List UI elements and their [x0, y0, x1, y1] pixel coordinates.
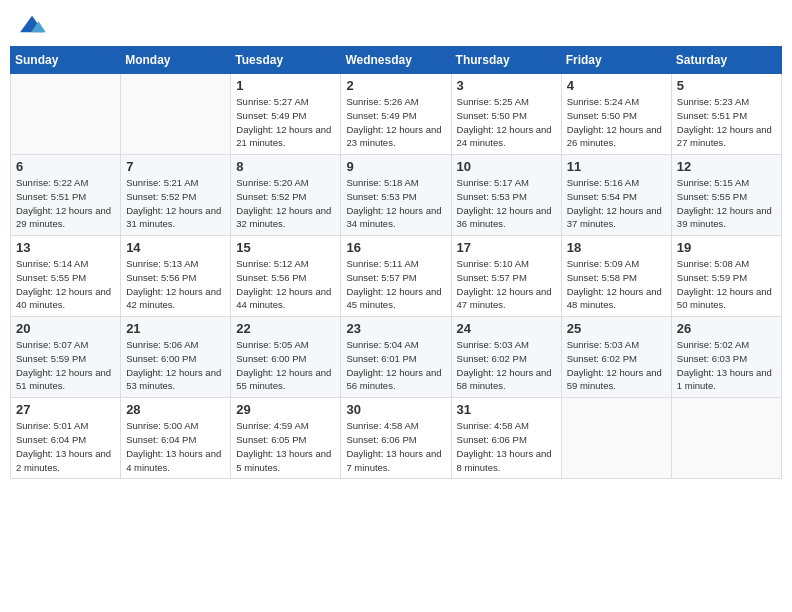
day-info: Sunrise: 5:21 AMSunset: 5:52 PMDaylight:…	[126, 176, 225, 231]
day-number: 22	[236, 321, 335, 336]
day-number: 16	[346, 240, 445, 255]
calendar-cell: 27Sunrise: 5:01 AMSunset: 6:04 PMDayligh…	[11, 398, 121, 479]
calendar-cell: 9Sunrise: 5:18 AMSunset: 5:53 PMDaylight…	[341, 155, 451, 236]
calendar-cell: 11Sunrise: 5:16 AMSunset: 5:54 PMDayligh…	[561, 155, 671, 236]
calendar-cell: 23Sunrise: 5:04 AMSunset: 6:01 PMDayligh…	[341, 317, 451, 398]
day-info: Sunrise: 5:08 AMSunset: 5:59 PMDaylight:…	[677, 257, 776, 312]
day-info: Sunrise: 5:17 AMSunset: 5:53 PMDaylight:…	[457, 176, 556, 231]
day-info: Sunrise: 5:24 AMSunset: 5:50 PMDaylight:…	[567, 95, 666, 150]
calendar-cell: 1Sunrise: 5:27 AMSunset: 5:49 PMDaylight…	[231, 74, 341, 155]
page-header	[10, 10, 782, 40]
day-info: Sunrise: 5:02 AMSunset: 6:03 PMDaylight:…	[677, 338, 776, 393]
day-info: Sunrise: 5:13 AMSunset: 5:56 PMDaylight:…	[126, 257, 225, 312]
day-info: Sunrise: 5:03 AMSunset: 6:02 PMDaylight:…	[457, 338, 556, 393]
day-number: 9	[346, 159, 445, 174]
day-number: 29	[236, 402, 335, 417]
calendar-cell: 10Sunrise: 5:17 AMSunset: 5:53 PMDayligh…	[451, 155, 561, 236]
calendar-cell	[671, 398, 781, 479]
weekday-header-tuesday: Tuesday	[231, 47, 341, 74]
calendar-cell: 19Sunrise: 5:08 AMSunset: 5:59 PMDayligh…	[671, 236, 781, 317]
day-number: 3	[457, 78, 556, 93]
logo	[18, 14, 50, 36]
calendar-cell	[561, 398, 671, 479]
weekday-header-sunday: Sunday	[11, 47, 121, 74]
day-info: Sunrise: 5:27 AMSunset: 5:49 PMDaylight:…	[236, 95, 335, 150]
day-info: Sunrise: 5:03 AMSunset: 6:02 PMDaylight:…	[567, 338, 666, 393]
calendar-cell: 30Sunrise: 4:58 AMSunset: 6:06 PMDayligh…	[341, 398, 451, 479]
day-number: 6	[16, 159, 115, 174]
calendar-table: SundayMondayTuesdayWednesdayThursdayFrid…	[10, 46, 782, 479]
calendar-cell: 15Sunrise: 5:12 AMSunset: 5:56 PMDayligh…	[231, 236, 341, 317]
day-info: Sunrise: 5:22 AMSunset: 5:51 PMDaylight:…	[16, 176, 115, 231]
day-info: Sunrise: 5:10 AMSunset: 5:57 PMDaylight:…	[457, 257, 556, 312]
calendar-cell: 21Sunrise: 5:06 AMSunset: 6:00 PMDayligh…	[121, 317, 231, 398]
day-number: 25	[567, 321, 666, 336]
weekday-header-thursday: Thursday	[451, 47, 561, 74]
calendar-cell: 31Sunrise: 4:58 AMSunset: 6:06 PMDayligh…	[451, 398, 561, 479]
day-info: Sunrise: 5:26 AMSunset: 5:49 PMDaylight:…	[346, 95, 445, 150]
calendar-cell: 12Sunrise: 5:15 AMSunset: 5:55 PMDayligh…	[671, 155, 781, 236]
weekday-header-wednesday: Wednesday	[341, 47, 451, 74]
day-number: 20	[16, 321, 115, 336]
day-info: Sunrise: 5:00 AMSunset: 6:04 PMDaylight:…	[126, 419, 225, 474]
day-number: 2	[346, 78, 445, 93]
day-number: 13	[16, 240, 115, 255]
day-info: Sunrise: 4:59 AMSunset: 6:05 PMDaylight:…	[236, 419, 335, 474]
generalblue-logo-icon	[18, 14, 46, 36]
weekday-header-monday: Monday	[121, 47, 231, 74]
calendar-cell: 6Sunrise: 5:22 AMSunset: 5:51 PMDaylight…	[11, 155, 121, 236]
calendar-week-3: 13Sunrise: 5:14 AMSunset: 5:55 PMDayligh…	[11, 236, 782, 317]
day-number: 11	[567, 159, 666, 174]
day-number: 1	[236, 78, 335, 93]
day-info: Sunrise: 5:20 AMSunset: 5:52 PMDaylight:…	[236, 176, 335, 231]
day-info: Sunrise: 5:05 AMSunset: 6:00 PMDaylight:…	[236, 338, 335, 393]
calendar-cell: 18Sunrise: 5:09 AMSunset: 5:58 PMDayligh…	[561, 236, 671, 317]
day-info: Sunrise: 5:16 AMSunset: 5:54 PMDaylight:…	[567, 176, 666, 231]
day-number: 17	[457, 240, 556, 255]
day-number: 23	[346, 321, 445, 336]
weekday-header-row: SundayMondayTuesdayWednesdayThursdayFrid…	[11, 47, 782, 74]
calendar-cell: 16Sunrise: 5:11 AMSunset: 5:57 PMDayligh…	[341, 236, 451, 317]
day-info: Sunrise: 5:18 AMSunset: 5:53 PMDaylight:…	[346, 176, 445, 231]
day-number: 4	[567, 78, 666, 93]
calendar-cell: 25Sunrise: 5:03 AMSunset: 6:02 PMDayligh…	[561, 317, 671, 398]
calendar-cell: 4Sunrise: 5:24 AMSunset: 5:50 PMDaylight…	[561, 74, 671, 155]
day-number: 14	[126, 240, 225, 255]
calendar-cell: 5Sunrise: 5:23 AMSunset: 5:51 PMDaylight…	[671, 74, 781, 155]
day-number: 18	[567, 240, 666, 255]
day-number: 26	[677, 321, 776, 336]
day-info: Sunrise: 5:07 AMSunset: 5:59 PMDaylight:…	[16, 338, 115, 393]
day-number: 21	[126, 321, 225, 336]
calendar-cell: 7Sunrise: 5:21 AMSunset: 5:52 PMDaylight…	[121, 155, 231, 236]
day-info: Sunrise: 5:14 AMSunset: 5:55 PMDaylight:…	[16, 257, 115, 312]
day-number: 7	[126, 159, 225, 174]
day-info: Sunrise: 5:04 AMSunset: 6:01 PMDaylight:…	[346, 338, 445, 393]
day-number: 15	[236, 240, 335, 255]
day-number: 27	[16, 402, 115, 417]
day-number: 30	[346, 402, 445, 417]
day-info: Sunrise: 5:09 AMSunset: 5:58 PMDaylight:…	[567, 257, 666, 312]
day-info: Sunrise: 5:01 AMSunset: 6:04 PMDaylight:…	[16, 419, 115, 474]
day-number: 28	[126, 402, 225, 417]
calendar-cell: 24Sunrise: 5:03 AMSunset: 6:02 PMDayligh…	[451, 317, 561, 398]
day-info: Sunrise: 5:11 AMSunset: 5:57 PMDaylight:…	[346, 257, 445, 312]
day-number: 19	[677, 240, 776, 255]
calendar-cell: 20Sunrise: 5:07 AMSunset: 5:59 PMDayligh…	[11, 317, 121, 398]
day-info: Sunrise: 5:23 AMSunset: 5:51 PMDaylight:…	[677, 95, 776, 150]
day-number: 24	[457, 321, 556, 336]
day-number: 5	[677, 78, 776, 93]
calendar-cell: 2Sunrise: 5:26 AMSunset: 5:49 PMDaylight…	[341, 74, 451, 155]
calendar-cell	[121, 74, 231, 155]
weekday-header-friday: Friday	[561, 47, 671, 74]
calendar-cell: 22Sunrise: 5:05 AMSunset: 6:00 PMDayligh…	[231, 317, 341, 398]
calendar-week-4: 20Sunrise: 5:07 AMSunset: 5:59 PMDayligh…	[11, 317, 782, 398]
day-info: Sunrise: 5:12 AMSunset: 5:56 PMDaylight:…	[236, 257, 335, 312]
calendar-cell: 8Sunrise: 5:20 AMSunset: 5:52 PMDaylight…	[231, 155, 341, 236]
day-info: Sunrise: 5:25 AMSunset: 5:50 PMDaylight:…	[457, 95, 556, 150]
calendar-cell: 13Sunrise: 5:14 AMSunset: 5:55 PMDayligh…	[11, 236, 121, 317]
calendar-cell: 28Sunrise: 5:00 AMSunset: 6:04 PMDayligh…	[121, 398, 231, 479]
calendar-cell	[11, 74, 121, 155]
day-info: Sunrise: 5:15 AMSunset: 5:55 PMDaylight:…	[677, 176, 776, 231]
calendar-cell: 14Sunrise: 5:13 AMSunset: 5:56 PMDayligh…	[121, 236, 231, 317]
calendar-cell: 17Sunrise: 5:10 AMSunset: 5:57 PMDayligh…	[451, 236, 561, 317]
